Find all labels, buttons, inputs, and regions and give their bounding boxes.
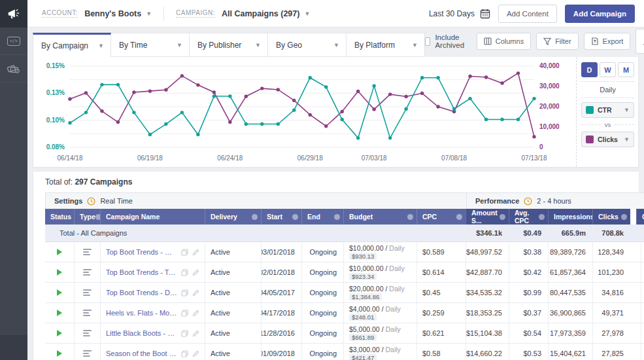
info-icon[interactable]	[621, 214, 627, 220]
table-body: Total - All Campaigns$346.1k$0.49665.9m7…	[45, 225, 644, 360]
pencil-icon[interactable]	[192, 330, 199, 337]
metric1-select[interactable]: CTR ▼	[581, 102, 634, 118]
sidebar-item-code[interactable]: </>	[0, 27, 27, 55]
cell-cpc: $0.589	[416, 242, 466, 262]
tab-by-geo[interactable]: By Geo▼	[268, 33, 347, 57]
campaign-name-link[interactable]: Little Black Boots - Desktop	[106, 329, 178, 337]
cell-avg_cpc: $0.54	[509, 323, 548, 343]
budget-spent-chip: $1,384.86	[349, 293, 382, 300]
copy-icon[interactable]	[181, 249, 188, 256]
cell-name: Little Black Boots - Desktop	[100, 323, 205, 343]
include-archived-toggle[interactable]: Include Archived	[425, 33, 467, 49]
cell-impressions: 15,404,621	[548, 344, 592, 360]
info-icon[interactable]	[252, 214, 258, 220]
info-icon[interactable]	[407, 214, 413, 220]
pencil-icon[interactable]	[192, 269, 199, 276]
settings-group-header: Settings Real Time	[46, 193, 466, 209]
svg-text:06/24/18: 06/24/18	[217, 154, 243, 162]
column-header-start[interactable]: Start	[261, 209, 301, 225]
divider	[581, 98, 634, 98]
copy-icon[interactable]	[181, 310, 188, 317]
total-campaigns-count: Total of: 297 Campaigns	[45, 177, 639, 187]
column-header-end[interactable]: End	[301, 209, 343, 225]
campaign-name-link[interactable]: Season of the Boot - Mob...	[106, 350, 178, 357]
info-icon[interactable]	[334, 214, 340, 220]
play-status-icon[interactable]	[57, 330, 62, 336]
filter-button[interactable]: Filter	[536, 33, 578, 50]
pencil-icon[interactable]	[192, 350, 199, 357]
copy-icon[interactable]	[181, 289, 188, 297]
play-status-icon[interactable]	[57, 310, 62, 316]
native-ad-type-icon	[83, 289, 92, 296]
total-avg_cpc: $0.49	[509, 225, 548, 242]
column-header-delivery[interactable]: Delivery	[205, 209, 261, 225]
settings-freshness: Real Time	[100, 197, 133, 205]
campaign-name-link[interactable]: Heels vs. Flats - Mobile	[106, 309, 178, 317]
info-icon[interactable]	[500, 214, 505, 220]
campaign-name-link[interactable]: Top Boot Trends - Desktop	[106, 289, 178, 297]
tab-by-time[interactable]: By Time▼	[111, 33, 190, 57]
cell-cpc: $0.259	[416, 303, 466, 323]
sidebar-item-campaigns[interactable]	[0, 0, 27, 27]
campaign-name-link[interactable]: Top Boot Trends - Mobile	[106, 248, 178, 256]
include-archived-checkbox[interactable]	[425, 37, 430, 46]
column-header-name[interactable]: Campaign Name	[100, 209, 205, 225]
pencil-icon[interactable]	[192, 310, 199, 317]
info-icon[interactable]	[539, 214, 545, 220]
campaign-selector[interactable]: CAMPAIGN: All Campaigns (297)▼	[176, 9, 310, 18]
column-header-amount_spent[interactable]: Amount S...	[466, 209, 509, 225]
svg-text:06/14/18: 06/14/18	[58, 154, 83, 162]
copy-icon[interactable]	[181, 350, 188, 357]
tab-by-campaign[interactable]: By Campaign▼	[33, 33, 111, 57]
native-ad-type-icon	[83, 269, 92, 276]
column-header-type[interactable]: Type	[74, 209, 100, 225]
column-header-cpc[interactable]: CPC	[416, 209, 466, 225]
copy-icon[interactable]	[181, 269, 188, 276]
hide-chart-button[interactable]: Hide Chart	[636, 29, 644, 54]
account-selector[interactable]: ACCOUNT: Benny's Boots▼	[42, 9, 152, 18]
granularity-d-button[interactable]: D	[581, 62, 598, 77]
column-header-avg_cpc[interactable]: Avg. CPC	[509, 209, 548, 225]
granularity-m-button[interactable]: M	[618, 62, 634, 77]
info-icon[interactable]	[456, 214, 462, 220]
sidebar-item-tags[interactable]	[0, 55, 27, 82]
column-header-impressions[interactable]: Impressions	[548, 209, 592, 225]
tab-by-platform[interactable]: By Platform▼	[347, 33, 425, 57]
column-header-budget[interactable]: Budget	[343, 209, 416, 225]
tab-by-publisher[interactable]: By Publisher▼	[190, 33, 268, 57]
clock-icon	[87, 197, 95, 206]
cell-delivery: Active	[205, 262, 261, 282]
cell-cpc: $0.58	[416, 344, 466, 360]
tab-label: By Platform	[354, 41, 395, 50]
granularity-w-button[interactable]: W	[600, 62, 616, 77]
cell-end: Ongoing	[301, 344, 343, 360]
info-icon[interactable]	[292, 214, 298, 220]
add-content-button[interactable]: Add Content	[498, 5, 557, 23]
pencil-icon[interactable]	[192, 249, 199, 256]
column-header-status[interactable]: Status	[45, 209, 74, 225]
play-status-icon[interactable]	[57, 289, 62, 296]
campaign-name-link[interactable]: Top Boot Trends - Tablet	[106, 268, 178, 276]
date-range-picker[interactable]: Last 30 Days	[429, 9, 490, 19]
column-header-clicks[interactable]: Clicks	[592, 209, 630, 225]
play-status-icon[interactable]	[57, 269, 62, 276]
cell-budget: $5,000.00 / Daily$661.89	[343, 323, 416, 343]
cell-name: Top Boot Trends - Desktop	[100, 283, 205, 302]
column-header-cut[interactable]: C...	[636, 209, 644, 225]
play-status-icon[interactable]	[57, 249, 62, 255]
budget-amount: $5,000.00 /	[349, 325, 384, 333]
copy-icon[interactable]	[181, 330, 188, 337]
campaigns-table: Settings Real Time Performance 2 - 4 hou…	[45, 192, 644, 360]
budget-period: Daily	[389, 244, 404, 252]
add-campaign-button[interactable]: Add Campaign	[565, 5, 635, 23]
export-button[interactable]: Export	[584, 33, 631, 50]
play-status-icon[interactable]	[57, 350, 62, 357]
cell-name: Top Boot Trends - Mobile	[100, 242, 205, 262]
total-clicks: 708.8k	[592, 225, 630, 242]
report-tabs-row: By Campaign▼By Time▼By Publisher▼By Geo▼…	[33, 33, 639, 57]
pencil-icon[interactable]	[192, 289, 199, 297]
columns-button[interactable]: Columns	[477, 33, 531, 50]
cell-end: Ongoing	[301, 303, 343, 323]
metric2-select[interactable]: Clicks ▼	[581, 132, 634, 147]
cell-status	[45, 303, 74, 323]
